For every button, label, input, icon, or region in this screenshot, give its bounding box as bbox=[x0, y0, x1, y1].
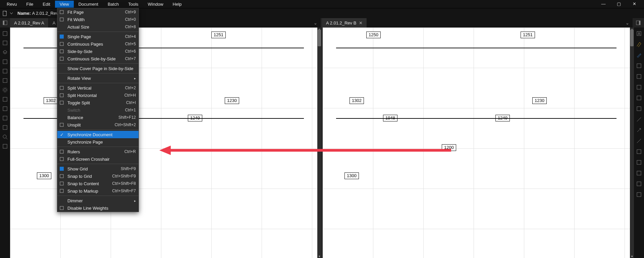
ruler-icon[interactable] bbox=[2, 97, 8, 102]
pane-right[interactable]: 12501251130212301948124912001300 ▴ ▾ bbox=[321, 28, 634, 258]
cloud-icon[interactable] bbox=[636, 63, 642, 68]
menu-item-show-cover-page-in-side-by-side[interactable]: Show Cover Page in Side-by-Side bbox=[57, 65, 139, 72]
menu-item-disable-line-weights[interactable]: Disable Line Weights bbox=[57, 204, 139, 212]
menu-item-continuous-side-by-side[interactable]: Continuous Side-by-SideCtrl+7 bbox=[57, 55, 139, 62]
grid-icon[interactable] bbox=[2, 31, 8, 36]
menu-shortcut: Ctrl+7 bbox=[125, 56, 136, 61]
text-tool-icon[interactable]: A bbox=[636, 31, 642, 36]
menu-item-dimmer[interactable]: Dimmer▸ bbox=[57, 197, 139, 204]
line-icon[interactable] bbox=[636, 117, 642, 122]
left-toolbar bbox=[0, 28, 10, 258]
box-icon[interactable] bbox=[2, 144, 8, 149]
menu-tools[interactable]: Tools bbox=[123, 1, 143, 8]
menu-item-actual-size[interactable]: Actual SizeCtrl+8 bbox=[57, 23, 139, 31]
close-button[interactable]: ✕ bbox=[627, 0, 642, 8]
menu-item-balance[interactable]: BalanceShift+F12 bbox=[57, 114, 139, 121]
layers-icon[interactable] bbox=[2, 50, 8, 55]
left-panel-toggle[interactable] bbox=[0, 18, 10, 28]
file-chip[interactable] bbox=[2, 10, 13, 16]
close-icon[interactable]: ✕ bbox=[359, 20, 363, 25]
menu-item-full-screen-crosshair[interactable]: Full-Screen Crosshair bbox=[57, 155, 139, 163]
highlighter-icon[interactable] bbox=[636, 42, 642, 47]
clipboard-icon[interactable] bbox=[2, 106, 8, 111]
menu-item-toggle-split[interactable]: Toggle SplitCtrl+I bbox=[57, 99, 139, 106]
menu-view[interactable]: View bbox=[55, 1, 74, 8]
menu-item-show-grid[interactable]: Show GridShift+F9 bbox=[57, 165, 139, 172]
maximize-button[interactable]: ▢ bbox=[611, 0, 627, 8]
menu-item-side-by-side[interactable]: Side-by-SideCtrl+6 bbox=[57, 48, 139, 55]
minimize-button[interactable]: — bbox=[596, 0, 611, 8]
toolbox-icon[interactable] bbox=[2, 59, 8, 64]
view-menu-dropdown: Fit PageCtrl+9Fit WidthCtrl+0Actual Size… bbox=[57, 8, 139, 212]
menu-document[interactable]: Document bbox=[74, 1, 103, 8]
menu-item-fit-page[interactable]: Fit PageCtrl+9 bbox=[57, 8, 139, 16]
chevron-down-icon bbox=[10, 12, 13, 15]
pen-icon[interactable] bbox=[636, 52, 642, 58]
tabs-left-caret[interactable]: ⌄ bbox=[310, 18, 321, 28]
menu-item-label: Full-Screen Crosshair bbox=[67, 157, 136, 162]
menu-edit[interactable]: Edit bbox=[38, 1, 55, 8]
color-icon[interactable] bbox=[2, 115, 8, 121]
tabs-right-caret[interactable]: ⌄ bbox=[622, 18, 633, 28]
menu-revu[interactable]: Revu bbox=[2, 1, 21, 8]
scroll-thumb[interactable] bbox=[630, 30, 634, 46]
scroll-down-icon[interactable]: ▾ bbox=[317, 255, 321, 258]
crop-icon[interactable] bbox=[2, 78, 8, 83]
svg-point-10 bbox=[4, 89, 6, 91]
shape-icon[interactable] bbox=[636, 85, 642, 90]
submenu-arrow-icon: ▸ bbox=[134, 199, 136, 203]
marquee-icon[interactable] bbox=[636, 95, 642, 101]
svg-rect-43 bbox=[60, 94, 63, 97]
arrow-icon[interactable] bbox=[636, 127, 642, 133]
menu-item-rotate-view[interactable]: Rotate View▸ bbox=[57, 74, 139, 82]
right-panel-toggle[interactable] bbox=[633, 18, 644, 28]
menu-item-label: Toggle Split bbox=[67, 100, 123, 105]
polyline-icon[interactable] bbox=[636, 138, 642, 144]
group-icon[interactable] bbox=[636, 192, 642, 197]
menu-item-rulers[interactable]: RulersCtrl+R bbox=[57, 148, 139, 155]
menu-window[interactable]: Window bbox=[143, 1, 168, 8]
menu-item-unsplit[interactable]: UnsplitCtrl+Shift+2 bbox=[57, 121, 139, 128]
menu-help[interactable]: Help bbox=[168, 1, 186, 8]
svg-rect-36 bbox=[60, 10, 63, 14]
scroll-down-icon[interactable]: ▾ bbox=[630, 255, 634, 258]
eraser-icon[interactable] bbox=[636, 74, 642, 79]
stamp-icon[interactable] bbox=[636, 106, 642, 111]
menu-item-fit-width[interactable]: Fit WidthCtrl+0 bbox=[57, 16, 139, 23]
page-icon[interactable] bbox=[2, 40, 8, 46]
pin-icon[interactable] bbox=[2, 68, 8, 74]
menu-item-synchronize-document[interactable]: ✓Synchronize Document bbox=[57, 131, 139, 138]
bracket-icon[interactable] bbox=[636, 160, 642, 165]
tab-left-0[interactable]: A 2.01.2_Rev A bbox=[10, 18, 49, 28]
menu-item-snap-to-content[interactable]: Snap to ContentCtrl+Shift+F8 bbox=[57, 180, 139, 187]
svg-rect-35 bbox=[637, 193, 641, 197]
menu-item-synchronize-page[interactable]: Synchronize Page bbox=[57, 138, 139, 146]
tab-right-0[interactable]: A 2.01.2_Rev B✕ bbox=[322, 18, 367, 28]
dlw-icon bbox=[59, 206, 65, 210]
arc-icon[interactable] bbox=[636, 149, 642, 154]
callout-icon[interactable] bbox=[636, 170, 642, 176]
scrollbar-left[interactable]: ▴ ▾ bbox=[317, 28, 321, 258]
search-icon[interactable] bbox=[2, 134, 8, 140]
csbs-icon bbox=[59, 56, 65, 61]
menu-item-snap-to-markup[interactable]: Snap to MarkupCtrl+Shift+F7 bbox=[57, 187, 139, 195]
menu-item-split-vertical[interactable]: Split VerticalCtrl+2 bbox=[57, 84, 139, 92]
menu-item-snap-to-grid[interactable]: Snap to GridCtrl+Shift+F9 bbox=[57, 172, 139, 180]
menu-shortcut: Shift+F9 bbox=[121, 166, 136, 171]
menu-file[interactable]: File bbox=[21, 1, 38, 8]
gear-icon[interactable] bbox=[2, 87, 8, 93]
floorplan-right[interactable]: 12501251130212301948124912001300 bbox=[323, 28, 630, 258]
menu-item-label: Fit Page bbox=[67, 10, 122, 15]
left-icon[interactable] bbox=[2, 125, 8, 130]
menu-item-single-page[interactable]: Single PageCtrl+4 bbox=[57, 33, 139, 40]
svg-point-16 bbox=[3, 135, 6, 138]
floorplan-left[interactable]: 125012511302123012491300 bbox=[10, 28, 317, 258]
panel-icon bbox=[636, 20, 641, 25]
menu-batch[interactable]: Batch bbox=[103, 1, 123, 8]
menu-item-continuous-pages[interactable]: Continuous PagesCtrl+5 bbox=[57, 40, 139, 48]
scrollbar-right[interactable]: ▴ ▾ bbox=[630, 28, 634, 258]
menu-shortcut: Ctrl+Shift+F7 bbox=[112, 189, 136, 193]
scroll-thumb[interactable] bbox=[318, 30, 321, 46]
menu-item-split-horizontal[interactable]: Split HorizontalCtrl+H bbox=[57, 92, 139, 99]
image-icon[interactable] bbox=[636, 181, 642, 187]
